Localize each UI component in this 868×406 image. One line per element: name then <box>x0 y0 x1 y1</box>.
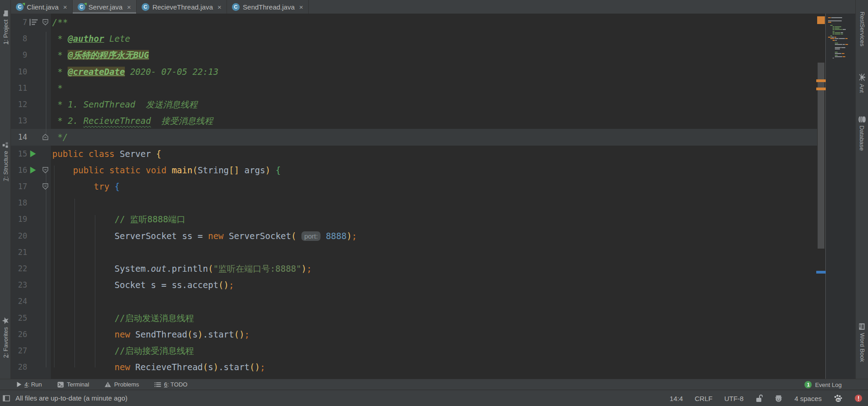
star-icon <box>2 317 9 324</box>
toolbar-item-run[interactable]: 4: Run <box>16 381 42 388</box>
tab-label: Server.java <box>89 3 123 11</box>
minimap-line <box>833 31 834 32</box>
code-token <box>114 149 119 159</box>
status-line-separator[interactable]: CRLF <box>695 395 712 402</box>
code-token: "监听在端口号:8888" <box>213 264 301 274</box>
status-caret-position[interactable]: 14:4 <box>670 395 683 402</box>
fold-down-icon[interactable] <box>42 19 49 26</box>
code-token: ( <box>218 280 223 290</box>
minimap-line <box>833 34 843 34</box>
sort-lines-icon[interactable] <box>29 19 38 26</box>
code-line: 21 <box>11 244 817 260</box>
status-encoding[interactable]: UTF-8 <box>724 395 744 402</box>
code-token: out <box>151 264 166 274</box>
minimap-line <box>835 53 844 54</box>
code-text: public static void main(String[] args) { <box>52 162 281 178</box>
code-token: RecieveThread <box>135 362 203 372</box>
code-token <box>52 280 114 290</box>
code-text: new RecieveThread(s).start(); <box>52 359 265 375</box>
code-token: 2. <box>68 116 83 126</box>
code-token <box>52 313 114 323</box>
minimap-line <box>835 56 845 57</box>
code-line: 9 * @乐特的程序永无BUG <box>11 47 817 63</box>
toolbar-item-label: Terminal <box>67 381 89 388</box>
toolbar-item-terminal[interactable]: Terminal <box>57 381 89 388</box>
minimap-line <box>828 17 842 18</box>
status-indent[interactable]: 4 spaces <box>794 395 822 402</box>
minimap-line <box>835 49 840 49</box>
line-number: 27 <box>11 342 27 359</box>
code-line: 19 // 监听8888端口 <box>11 211 817 227</box>
event-log-label: Event Log <box>815 382 842 388</box>
code-token: 接受消息线程 <box>151 116 213 126</box>
run-arrow-icon[interactable] <box>30 150 36 157</box>
code-editor[interactable]: 7/**8 * @author Lete9 * @乐特的程序永无BUG10 * … <box>11 14 817 379</box>
code-token: ) <box>224 280 229 290</box>
line-number: 14 <box>11 129 27 145</box>
code-token <box>52 214 114 224</box>
face-icon[interactable] <box>774 394 783 402</box>
code-token: 1. SendThread 发送消息线程 <box>68 99 197 109</box>
database-icon <box>858 116 866 123</box>
error-circle-icon[interactable] <box>854 394 863 402</box>
close-tab-icon[interactable]: × <box>63 3 67 11</box>
code-token: @author <box>68 34 104 44</box>
line-number: 26 <box>11 326 27 342</box>
paw-icon[interactable]: du <box>833 394 843 402</box>
editor-tab-client[interactable]: CClient.java× <box>11 0 73 14</box>
line-number: 9 <box>11 47 27 63</box>
svg-text:du: du <box>837 398 840 401</box>
code-token: ServerSocket <box>229 231 291 241</box>
editor-scrollbar[interactable] <box>817 14 825 379</box>
toolbar-item-todo[interactable]: 6: TODO <box>154 381 187 388</box>
minimap-line <box>833 32 843 33</box>
code-token: ) <box>265 165 270 175</box>
code-text: try { <box>52 178 120 195</box>
editor-tab-sendthread[interactable]: CSendThread.java× <box>227 0 309 14</box>
fold-down-icon[interactable] <box>42 166 49 173</box>
code-token: static <box>109 165 141 175</box>
code-token <box>52 329 114 339</box>
close-tab-icon[interactable]: × <box>217 3 222 11</box>
code-text: public class Server { <box>52 146 161 162</box>
tool-window-label: RestServices <box>859 12 866 47</box>
code-line: 17 try { <box>11 178 817 195</box>
code-token: ( <box>208 264 213 274</box>
scrollbar-thumb[interactable] <box>818 63 824 249</box>
code-token: ) <box>301 264 306 274</box>
editor-tab-bar: CClient.java×CServer.java×CRecieveThread… <box>11 0 855 14</box>
code-token <box>52 181 94 191</box>
run-arrow-icon[interactable] <box>30 166 36 174</box>
inspection-status-square[interactable] <box>817 16 825 24</box>
line-number: 12 <box>11 96 27 113</box>
fold-down-icon[interactable] <box>42 183 49 190</box>
error-stripe-mark[interactable] <box>816 271 826 274</box>
code-token: ss.accept <box>172 280 218 290</box>
close-tab-icon[interactable]: × <box>299 3 303 11</box>
code-minimap[interactable] <box>825 14 855 379</box>
code-token <box>224 231 229 241</box>
code-token: = <box>161 280 172 290</box>
tool-window-bar: 4: RunTerminalProblems6: TODO 1 Event Lo… <box>0 379 868 390</box>
toggle-tool-buttons-icon[interactable] <box>3 395 10 401</box>
tab-label: SendThread.java <box>243 3 295 11</box>
code-token: ; <box>352 231 357 241</box>
lock-open-icon[interactable] <box>755 394 763 402</box>
code-line: 20 ServerSocket ss = new ServerSocket( p… <box>11 228 817 244</box>
close-tab-icon[interactable]: × <box>127 3 131 11</box>
structure-icon <box>3 142 9 148</box>
event-log-widget[interactable]: 1 Event Log <box>804 379 842 390</box>
editor-tab-server[interactable]: CServer.java× <box>73 0 137 14</box>
minimap-line <box>833 29 846 30</box>
code-token: try <box>94 181 109 191</box>
code-token: args <box>239 165 265 175</box>
code-text: // 监听8888端口 <box>52 211 185 227</box>
fold-up-icon[interactable] <box>42 134 49 141</box>
code-token <box>109 181 114 191</box>
error-stripe-mark[interactable] <box>816 88 826 90</box>
notification-count-badge: 1 <box>804 381 812 388</box>
error-stripe-mark[interactable] <box>816 79 826 82</box>
editor-tab-recievethread[interactable]: CRecieveThread.java× <box>137 0 227 14</box>
code-token: void <box>146 165 167 175</box>
toolbar-item-problems[interactable]: Problems <box>104 381 139 388</box>
